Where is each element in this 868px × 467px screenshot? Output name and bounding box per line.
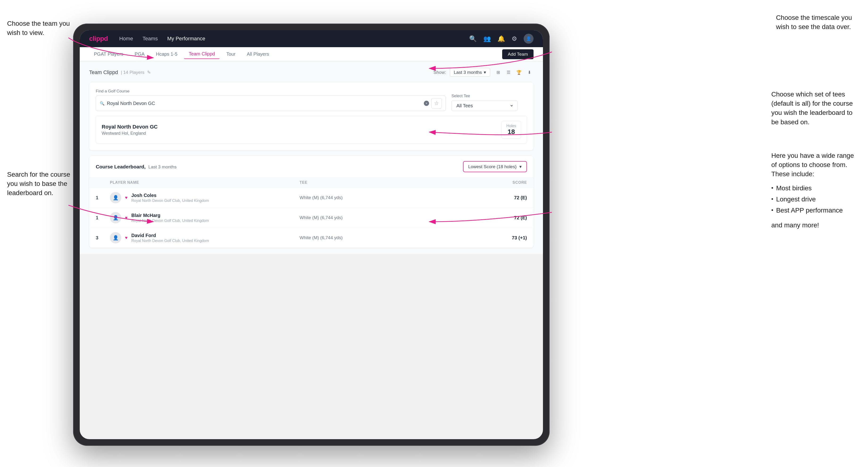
download-icon[interactable]: ⬇ (525, 68, 533, 76)
player-details-1: Josh Coles Royal North Devon Golf Club, … (131, 193, 209, 203)
player-info-1: 👤 ♥ Josh Coles Royal North Devon Golf Cl… (110, 192, 300, 203)
tee-1: White (M) (6,744 yds) (300, 195, 489, 200)
view-icons: ⊞ ☰ 🏆 ⬇ (494, 68, 533, 76)
sub-nav: PGAT Players PGA Hcaps 1-5 Team Clippd T… (80, 47, 543, 61)
holes-badge: Holes 18 (501, 121, 521, 139)
grid-view-icon[interactable]: ⊞ (494, 68, 502, 76)
tee-select-wrapper[interactable]: All Tees White (M) Yellow (M) Red (W) (452, 100, 518, 111)
annotation-bottom-right: Here you have a wide range of options to… (771, 151, 861, 230)
player-club-1: Royal North Devon Golf Club, United King… (131, 198, 209, 203)
table-row: 1 👤 ♥ Josh Coles Royal North Devon Golf … (89, 187, 533, 208)
player-count: | 14 Players (121, 70, 144, 75)
annotation-middle-left: Search for the course you wish to base t… (7, 170, 73, 198)
subnav-tour[interactable]: Tour (221, 50, 240, 59)
show-dropdown[interactable]: Last 3 months ▾ (450, 68, 490, 76)
tablet-screen: clippd Home Teams My Performance 🔍 👥 🔔 ⚙… (80, 30, 543, 439)
bullet-1: Most birdies (771, 183, 861, 194)
table-row: 3 👤 ♥ David Ford Royal North Devon Golf … (89, 228, 533, 248)
bullet-list: Most birdies Longest drive Best APP perf… (771, 183, 861, 216)
find-course-group: Find a Golf Course 🔍 × ☆ (96, 89, 446, 111)
rank-1: 1 (96, 195, 110, 200)
settings-icon[interactable]: ⚙ (512, 35, 517, 42)
table-row: 1 👤 ♥ Blair McHarg Royal North Devon Gol… (89, 208, 533, 228)
holes-number: 18 (506, 128, 516, 135)
nav-home[interactable]: Home (119, 36, 133, 42)
tablet-device: clippd Home Teams My Performance 🔍 👥 🔔 ⚙… (73, 24, 550, 446)
course-result-location: Westward Hol, England (102, 131, 158, 136)
player-name-1: Josh Coles (131, 193, 209, 198)
team-header: Team Clippd | 14 Players ✎ Show: Last 3 … (89, 68, 533, 76)
clear-search-button[interactable]: × (424, 101, 429, 106)
nav-links: Home Teams My Performance (119, 36, 205, 42)
tee-3: White (M) (6,744 yds) (300, 235, 489, 240)
annotation-top-right: Choose the timescale you wish to see the… (776, 13, 861, 31)
app-logo: clippd (89, 35, 108, 42)
subnav-team-clippd[interactable]: Team Clippd (184, 49, 220, 59)
find-course-label: Find a Golf Course (96, 89, 446, 94)
score-3: 73 (+1) (489, 235, 527, 241)
tee-select-label: Select Tee (452, 94, 527, 98)
tee-select[interactable]: All Tees White (M) Yellow (M) Red (W) (456, 103, 514, 108)
user-avatar[interactable]: 👤 (524, 34, 533, 44)
subnav-pgat-players[interactable]: PGAT Players (89, 50, 128, 59)
tee-2: White (M) (6,744 yds) (300, 215, 489, 220)
bullet-2: Longest drive (771, 194, 861, 205)
course-search-input-wrapper[interactable]: 🔍 × ☆ (96, 96, 446, 111)
player-details-3: David Ford Royal North Devon Golf Club, … (131, 233, 209, 243)
bullet-3: Best APP performance (771, 205, 861, 216)
player-avatar-1: 👤 (110, 192, 121, 203)
search-icon[interactable]: 🔍 (469, 35, 477, 42)
rank-2: 1 (96, 215, 110, 220)
leaderboard-title: Course Leaderboard, Last 3 months (96, 164, 177, 169)
show-controls: Show: Last 3 months ▾ ⊞ ☰ 🏆 ⬇ (434, 68, 533, 76)
leaderboard-section: Course Leaderboard, Last 3 months Lowest… (89, 156, 533, 248)
subnav-pga[interactable]: PGA (130, 50, 149, 59)
course-search-row: Find a Golf Course 🔍 × ☆ Select Tee Al (96, 89, 527, 111)
table-header: PLAYER NAME TEE SCORE (89, 178, 533, 187)
score-1: 72 (E) (489, 195, 527, 200)
player-name-3: David Ford (131, 233, 209, 238)
show-value: Last 3 months (454, 70, 482, 75)
tee-select-group: Select Tee All Tees White (M) Yellow (M)… (452, 94, 527, 111)
player-club-2: Royal North Devon Golf Club, United King… (131, 219, 209, 223)
team-title-area: Team Clippd | 14 Players ✎ (89, 69, 151, 75)
score-2: 72 (E) (489, 215, 527, 220)
leaderboard-header: Course Leaderboard, Last 3 months Lowest… (89, 156, 533, 178)
chevron-down-icon: ▾ (484, 69, 486, 75)
nav-my-performance[interactable]: My Performance (167, 36, 205, 42)
score-type-dropdown[interactable]: Lowest Score (18 holes) ▾ (463, 161, 527, 172)
player-details-2: Blair McHarg Royal North Devon Golf Club… (131, 213, 209, 223)
nav-teams[interactable]: Teams (143, 36, 158, 42)
avatar-icon: 👤 (526, 36, 531, 41)
add-team-button[interactable]: Add Team (502, 49, 533, 59)
player-club-3: Royal North Devon Golf Club, United King… (131, 239, 209, 243)
subnav-hcaps[interactable]: Hcaps 1-5 (151, 50, 182, 59)
nav-right-icons: 🔍 👥 🔔 ⚙ 👤 (469, 34, 533, 44)
course-search-section: Find a Golf Course 🔍 × ☆ Select Tee Al (89, 82, 533, 150)
chevron-down-icon: ▾ (519, 164, 522, 169)
favourite-button[interactable]: ☆ (431, 98, 442, 108)
col-rank (96, 181, 110, 185)
annotation-top-left: Choose the team you wish to view. (7, 19, 73, 37)
col-tee: TEE (300, 181, 489, 185)
annotation-middle-right: Choose which set of tees (default is all… (771, 90, 861, 127)
list-view-icon[interactable]: ☰ (504, 68, 513, 76)
main-content: Team Clippd | 14 Players ✎ Show: Last 3 … (80, 61, 543, 254)
course-result: Royal North Devon GC Westward Hol, Engla… (96, 116, 527, 144)
score-type-label: Lowest Score (18 holes) (468, 164, 517, 169)
notification-icon[interactable]: 🔔 (497, 35, 505, 42)
nav-bar: clippd Home Teams My Performance 🔍 👥 🔔 ⚙… (80, 30, 543, 47)
show-label: Show: (434, 70, 446, 75)
course-search-input[interactable] (107, 101, 422, 106)
player-avatar-2: 👤 (110, 212, 121, 223)
course-result-name: Royal North Devon GC (102, 124, 158, 130)
course-result-info: Royal North Devon GC Westward Hol, Engla… (102, 124, 158, 136)
edit-icon[interactable]: ✎ (147, 70, 151, 75)
subnav-all-players[interactable]: All Players (242, 50, 274, 59)
rank-3: 3 (96, 235, 110, 241)
bullet-extra: and many more! (771, 220, 861, 230)
trophy-icon[interactable]: 🏆 (515, 68, 523, 76)
people-icon[interactable]: 👥 (483, 35, 491, 42)
player-name-2: Blair McHarg (131, 213, 209, 218)
heart-icon-3: ♥ (125, 236, 128, 240)
